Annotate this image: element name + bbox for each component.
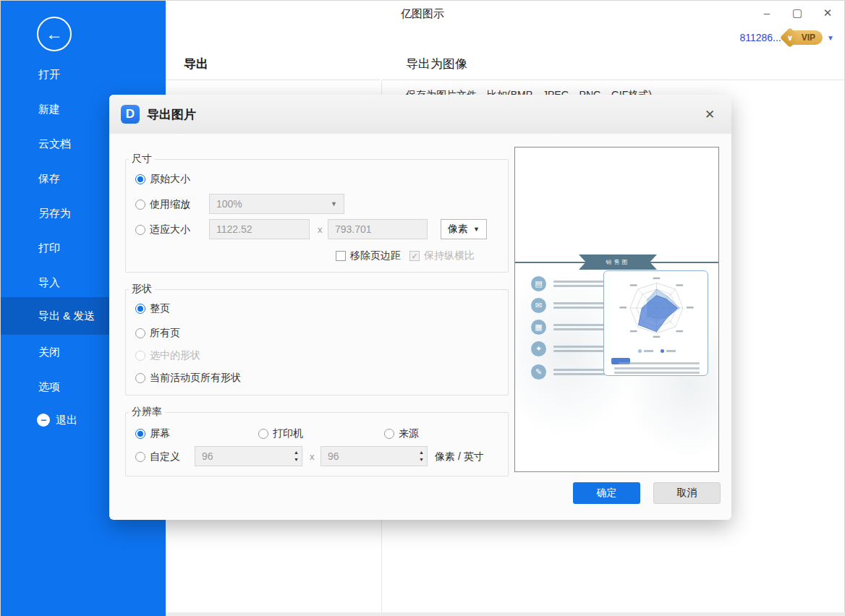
divider bbox=[382, 80, 845, 80]
radio-icon bbox=[135, 429, 145, 439]
dimension-separator: x bbox=[318, 224, 323, 235]
preview-gear-icon: ✦ bbox=[531, 341, 546, 356]
radio-icon bbox=[135, 351, 145, 361]
preview-radar-card bbox=[603, 270, 708, 376]
vip-label: VIP bbox=[802, 33, 815, 43]
size-group-legend: 尺寸 bbox=[129, 153, 155, 166]
radio-printer[interactable]: 打印机 bbox=[258, 427, 303, 440]
radio-full-page[interactable]: 整页 bbox=[135, 302, 170, 315]
divider bbox=[166, 80, 380, 80]
radio-original-size[interactable]: 原始大小 bbox=[135, 173, 190, 186]
stepper-arrows-icon[interactable]: ▲▼ bbox=[419, 449, 424, 463]
preview-pencil-icon: ✎ bbox=[531, 364, 546, 380]
stepper-arrows-icon[interactable]: ▲▼ bbox=[294, 449, 299, 463]
resolution-group: 分辨率 bbox=[125, 406, 509, 476]
dialog-title: 导出图片 bbox=[147, 106, 196, 123]
app-window: 亿图图示 – ▢ ✕ 811286... ∨ VIP ▼ 导出 导出为图像 保存… bbox=[0, 0, 845, 616]
shape-group-legend: 形状 bbox=[129, 283, 155, 296]
exit-icon: − bbox=[37, 414, 50, 427]
export-preview-panel: 销售图 ▤ ✉ ▦ ✦ ✎ bbox=[514, 147, 719, 472]
radio-icon bbox=[135, 328, 145, 338]
back-button[interactable]: ← bbox=[37, 17, 72, 51]
unit-select[interactable]: 像素 ▼ bbox=[441, 219, 487, 239]
fit-width-input[interactable]: 1122.52 bbox=[209, 219, 310, 239]
radio-screen[interactable]: 屏幕 bbox=[135, 427, 170, 440]
radio-icon bbox=[135, 200, 145, 210]
radio-source[interactable]: 来源 bbox=[384, 427, 419, 440]
account-id[interactable]: 811286... bbox=[739, 32, 781, 43]
legend-dot-icon bbox=[661, 349, 664, 353]
radio-active-page-shapes[interactable]: 当前活动页所有形状 bbox=[135, 372, 241, 385]
preview-banner-ribbon: 销售图 bbox=[579, 254, 657, 270]
legend-label-line bbox=[666, 350, 676, 352]
vip-icon: ∨ bbox=[780, 27, 800, 48]
section-title-export: 导出 bbox=[184, 56, 208, 72]
checkbox-keep-ratio: ✓ 保持纵横比 bbox=[409, 249, 475, 262]
preview-radar-legend bbox=[604, 349, 709, 353]
ok-button[interactable]: 确定 bbox=[573, 482, 640, 504]
radio-fit-size[interactable]: 适应大小 bbox=[135, 223, 190, 236]
minimize-button[interactable]: – bbox=[756, 4, 778, 22]
preview-chart-icon: ▦ bbox=[531, 320, 546, 335]
legend-dot-icon bbox=[638, 349, 642, 353]
checkbox-remove-margins[interactable]: 移除页边距 bbox=[336, 249, 401, 262]
radio-icon bbox=[135, 452, 145, 462]
export-image-dialog: D 导出图片 ✕ 尺寸 原始大小 使用缩放 100% ▼ 适应大小 1122.5… bbox=[109, 95, 731, 520]
checkbox-icon bbox=[336, 251, 346, 261]
radio-icon bbox=[135, 174, 145, 184]
preview-radar-chart bbox=[604, 271, 709, 348]
panel-title-export-image: 导出为图像 bbox=[406, 56, 467, 72]
scale-select[interactable]: 100% ▼ bbox=[209, 194, 344, 214]
radio-all-pages[interactable]: 所有页 bbox=[135, 327, 180, 340]
dimension-separator: x bbox=[310, 451, 315, 462]
checkbox-checked-icon: ✓ bbox=[409, 251, 420, 261]
vip-badge[interactable]: ∨ VIP bbox=[786, 30, 823, 45]
radio-custom-dpi[interactable]: 自定义 bbox=[135, 450, 180, 463]
legend-label-line bbox=[644, 350, 653, 352]
account-caret-icon[interactable]: ▼ bbox=[827, 34, 834, 42]
radio-icon bbox=[135, 304, 145, 314]
resolution-group-legend: 分辨率 bbox=[129, 406, 165, 419]
back-arrow-icon: ← bbox=[46, 24, 63, 44]
dialog-close-icon[interactable]: ✕ bbox=[701, 106, 718, 124]
dpi-x-stepper[interactable]: 96 ▲▼ bbox=[195, 446, 302, 466]
radio-icon bbox=[135, 225, 145, 235]
dpi-unit-label: 像素 / 英寸 bbox=[435, 450, 484, 463]
fit-height-input[interactable]: 793.701 bbox=[328, 219, 428, 239]
chevron-down-icon: ▼ bbox=[473, 226, 480, 233]
preview-book-icon: ▤ bbox=[531, 276, 546, 291]
sidebar-item-open[interactable]: 打开 bbox=[1, 62, 166, 87]
radio-icon bbox=[135, 373, 145, 383]
radio-icon bbox=[384, 429, 394, 439]
preview-banner-title: 销售图 bbox=[606, 258, 630, 266]
dialog-header: D 导出图片 bbox=[109, 95, 731, 134]
radio-use-scale[interactable]: 使用缩放 bbox=[135, 198, 190, 211]
account-area: 811286... ∨ VIP ▼ bbox=[739, 30, 834, 46]
chevron-down-icon: ▼ bbox=[331, 200, 337, 208]
window-close-button[interactable]: ✕ bbox=[817, 4, 838, 22]
dpi-y-stepper[interactable]: 96 ▲▼ bbox=[320, 446, 428, 466]
preview-mail-icon: ✉ bbox=[531, 298, 546, 313]
radio-icon bbox=[258, 429, 268, 439]
edraw-logo-icon: D bbox=[121, 105, 140, 124]
radio-selected-shapes: 选中的形状 bbox=[135, 349, 200, 362]
cancel-button[interactable]: 取消 bbox=[653, 482, 721, 504]
maximize-button[interactable]: ▢ bbox=[786, 4, 808, 22]
